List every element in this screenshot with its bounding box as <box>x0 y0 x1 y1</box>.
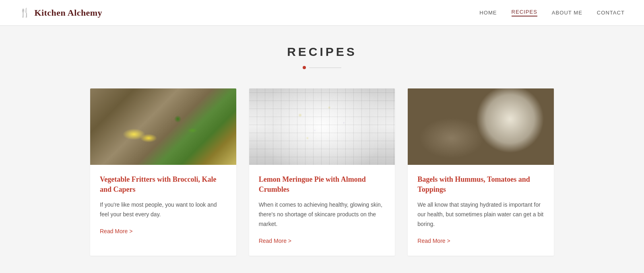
card-excerpt-3: We all know that staying hydrated is imp… <box>417 200 544 229</box>
site-header: 🍴 Kitchen Alchemy HOME RECIPES ABOUT ME … <box>0 0 644 26</box>
recipe-card-2: Lemon Meringue Pie with Almond Crumbles … <box>249 88 395 256</box>
title-divider <box>90 66 554 69</box>
title-line <box>309 68 341 68</box>
title-dot <box>303 66 306 69</box>
card-image-wrap-1 <box>90 88 236 165</box>
card-excerpt-2: When it comes to achieving healthy, glow… <box>259 200 386 229</box>
nav-recipes[interactable]: RECIPES <box>512 9 537 16</box>
nav-about[interactable]: ABOUT ME <box>552 10 582 16</box>
card-image-2 <box>249 88 395 165</box>
recipe-card-1: Vegetable Fritters with Broccoli, Kale a… <box>90 88 236 256</box>
page-title-block: RECIPES <box>90 45 554 69</box>
card-image-wrap-3 <box>408 88 554 165</box>
site-title: Kitchen Alchemy <box>34 8 102 18</box>
card-image-1 <box>90 88 236 165</box>
read-more-1[interactable]: Read More > <box>100 228 132 234</box>
card-body-2: Lemon Meringue Pie with Almond Crumbles … <box>249 165 395 256</box>
nav-contact[interactable]: CONTACT <box>597 10 625 16</box>
page-title: RECIPES <box>90 45 554 59</box>
nav-home[interactable]: HOME <box>479 10 497 16</box>
recipe-card-3: Bagels with Hummus, Tomatoes and Topping… <box>408 88 554 256</box>
card-excerpt-1: If you're like most people, you want to … <box>100 200 227 220</box>
card-title-3: Bagels with Hummus, Tomatoes and Topping… <box>417 174 544 195</box>
main-content: RECIPES Vegetable Fritters with Broccoli… <box>0 26 644 273</box>
card-image-3 <box>408 88 554 165</box>
main-nav: HOME RECIPES ABOUT ME CONTACT <box>479 9 625 16</box>
logo-icon: 🍴 <box>19 8 30 18</box>
card-body-1: Vegetable Fritters with Broccoli, Kale a… <box>90 165 236 246</box>
read-more-2[interactable]: Read More > <box>259 238 291 244</box>
card-title-1: Vegetable Fritters with Broccoli, Kale a… <box>100 174 227 195</box>
read-more-3[interactable]: Read More > <box>417 238 450 244</box>
card-title-2: Lemon Meringue Pie with Almond Crumbles <box>259 174 386 195</box>
card-body-3: Bagels with Hummus, Tomatoes and Topping… <box>408 165 554 256</box>
site-logo: 🍴 Kitchen Alchemy <box>19 8 102 18</box>
card-image-wrap-2 <box>249 88 395 165</box>
cards-grid: Vegetable Fritters with Broccoli, Kale a… <box>90 88 554 256</box>
